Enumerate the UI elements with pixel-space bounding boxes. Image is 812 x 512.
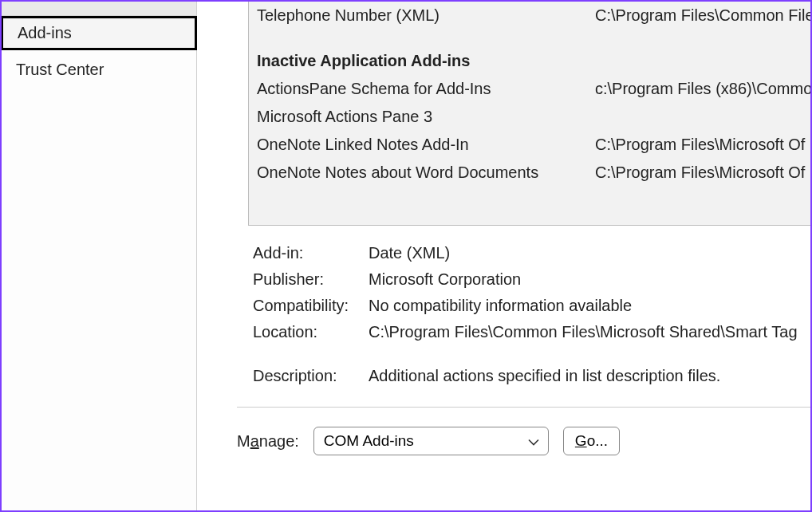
manage-row: Manage: Go... — [229, 408, 810, 455]
addin-location: C:\Program Files\Microsoft Of — [595, 136, 810, 154]
detail-label: Add-in: — [253, 244, 369, 262]
addin-row[interactable]: Microsoft Actions Pane 3 — [249, 103, 810, 131]
addin-location: c:\Program Files (x86)\Commo — [595, 80, 810, 98]
detail-location: Location: C:\Program Files\Common Files\… — [253, 319, 810, 345]
sidebar-item-addins[interactable]: Add-ins — [1, 16, 197, 50]
go-button[interactable]: Go... — [563, 427, 620, 455]
addin-row[interactable]: Telephone Number (XML) C:\Program Files\… — [249, 2, 810, 30]
addin-name: ActionsPane Schema for Add-Ins — [257, 80, 595, 98]
inactive-addins-header: Inactive Application Add-ins — [249, 30, 810, 75]
sidebar-item-label: Trust Center — [16, 61, 104, 78]
manage-select[interactable] — [313, 427, 549, 455]
detail-addin: Add-in: Date (XML) — [253, 240, 810, 266]
addin-location: C:\Program Files\Microsoft Of — [595, 163, 810, 182]
detail-label: Location: — [253, 323, 369, 341]
sidebar: Add-ins Trust Center — [2, 2, 197, 510]
detail-label: Compatibility: — [253, 297, 369, 315]
manage-label: Manage: — [237, 432, 299, 451]
addin-location — [595, 108, 810, 126]
main-panel: Telephone Number (XML) C:\Program Files\… — [197, 2, 810, 510]
addin-row[interactable]: OneNote Linked Notes Add-In C:\Program F… — [249, 131, 810, 159]
detail-publisher: Publisher: Microsoft Corporation — [253, 266, 810, 293]
detail-description: Description: Additional actions specifie… — [253, 363, 810, 389]
detail-value: C:\Program Files\Common Files\Microsoft … — [369, 323, 810, 341]
addin-name: Telephone Number (XML) — [257, 6, 595, 25]
addin-details: Add-in: Date (XML) Publisher: Microsoft … — [229, 226, 810, 389]
sidebar-item-label: Add-ins — [18, 24, 72, 41]
addin-name: Microsoft Actions Pane 3 — [257, 108, 595, 126]
detail-value: Microsoft Corporation — [369, 270, 810, 289]
detail-compatibility: Compatibility: No compatibility informat… — [253, 293, 810, 319]
addin-row[interactable]: ActionsPane Schema for Add-Ins c:\Progra… — [249, 75, 810, 103]
detail-value: Additional actions specified in list des… — [369, 367, 810, 385]
addin-name: OneNote Linked Notes Add-In — [257, 136, 595, 154]
addins-list: Telephone Number (XML) C:\Program Files\… — [248, 2, 810, 226]
sidebar-item-trust-center[interactable]: Trust Center — [2, 53, 196, 86]
detail-label: Publisher: — [253, 270, 369, 289]
manage-select-wrap — [313, 427, 549, 455]
detail-value: Date (XML) — [369, 244, 810, 262]
addin-location: C:\Program Files\Common File — [595, 6, 810, 25]
detail-label: Description: — [253, 367, 369, 385]
sidebar-top-strip — [2, 2, 196, 16]
addin-name: OneNote Notes about Word Documents — [257, 163, 595, 182]
addin-row[interactable]: OneNote Notes about Word Documents C:\Pr… — [249, 159, 810, 187]
detail-value: No compatibility information available — [369, 297, 810, 315]
